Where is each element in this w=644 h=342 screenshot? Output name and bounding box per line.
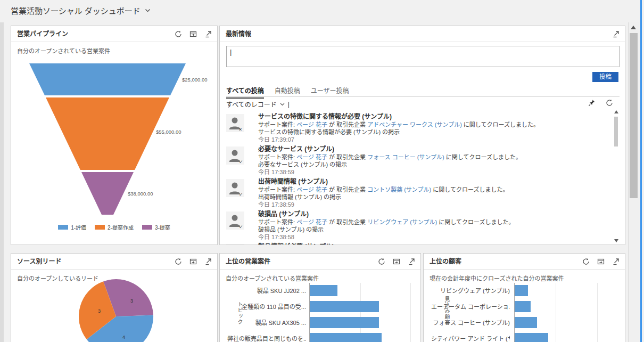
avatar: ✓ bbox=[226, 179, 244, 197]
top-customers-panel: 上位の顧客 現在の会計年度中にクローズされた自分の営業案件 見込み顧客 リビング… bbox=[423, 253, 625, 342]
user-link[interactable]: ページ 花子 bbox=[296, 121, 327, 128]
funnel-segment-1[interactable] bbox=[29, 63, 186, 95]
bar[interactable] bbox=[515, 285, 528, 296]
refresh-icon[interactable] bbox=[582, 258, 590, 266]
text-cursor: | bbox=[230, 48, 232, 56]
bar[interactable] bbox=[515, 317, 537, 328]
open-records-icon[interactable] bbox=[392, 258, 400, 266]
bar-category-label: リビングウェア (サンプル) bbox=[431, 283, 510, 299]
bar-row: 弊社の販売品目と同じものを... bbox=[220, 331, 420, 342]
feed-item-line2: 必要なサービス (サンプル) の掲示 bbox=[258, 161, 620, 168]
feed-item[interactable]: 製品情報が必要 (サンプル) bbox=[226, 243, 620, 245]
feed-item-body: サポート案件: ページ 花子 が 取引先企業 アドベンチャー ワークス (サンプ… bbox=[258, 121, 620, 128]
account-link[interactable]: リビングウェア (サンプル) bbox=[367, 219, 437, 225]
popout-icon[interactable] bbox=[612, 30, 620, 38]
bar[interactable] bbox=[515, 301, 531, 312]
feed-item[interactable]: × サービスの特徴に関する情報が必要 (サンプル) サポート案件: ページ 花子… bbox=[226, 113, 620, 143]
scroll-up-arrow[interactable] bbox=[614, 110, 618, 113]
panel-title: 上位の営業案件 bbox=[226, 254, 270, 270]
panel-header: 上位の顧客 bbox=[424, 254, 625, 270]
feed-item[interactable]: ✓ 破損品 (サンプル) サポート案件: ページ 花子 が 取引先企業 リビング… bbox=[226, 210, 620, 240]
timestamp: 今日 17:38:58 bbox=[258, 233, 620, 241]
open-records-icon[interactable] bbox=[597, 258, 605, 266]
feed-item-line2: サービスの特徴に関する情報が必要 (サンプル) の掲示 bbox=[258, 128, 620, 136]
feed-list: × サービスの特徴に関する情報が必要 (サンプル) サポート案件: ページ 花子… bbox=[225, 109, 620, 245]
pie-chart: 3 4 3 bbox=[11, 270, 218, 342]
panel-header: 営業パイプライン bbox=[11, 26, 217, 42]
bar-category-label: エーデータム コーポレーション (... bbox=[431, 299, 510, 315]
feed-item[interactable]: ✓ 出荷時間情報 (サンプル) サポート案件: ページ 花子 が 取引先企業 コ… bbox=[226, 178, 620, 208]
avatar bbox=[226, 244, 244, 245]
scroll-down-arrow[interactable] bbox=[614, 239, 618, 242]
scroll-thumb[interactable] bbox=[630, 33, 638, 198]
legend-item: 2-提案作成 bbox=[95, 223, 134, 231]
account-link[interactable]: コントソ製薬 (サンプル) bbox=[367, 186, 431, 193]
dashboard-selector[interactable]: 営業活動ソーシャル ダッシュボード bbox=[11, 5, 151, 16]
funnel-chart: $25,000.00 $55,000.00 $38,000.00 bbox=[11, 53, 217, 223]
bar[interactable] bbox=[310, 317, 379, 328]
news-feed-panel: 最新情報 | 投稿 すべての投稿 自動投稿 ユーザー投稿 すべてのレコード | … bbox=[219, 26, 625, 245]
user-link[interactable]: ページ 花子 bbox=[296, 219, 327, 225]
panel-header: 最新情報 bbox=[220, 26, 625, 42]
feed-item[interactable]: ✓ 必要なサービス (サンプル) サポート案件: ページ 花子 が 取引先企業 … bbox=[226, 145, 620, 175]
popout-icon[interactable] bbox=[612, 258, 620, 266]
bar-category-label: 弊社の販売品目と同じものを... bbox=[227, 331, 306, 342]
refresh-icon[interactable] bbox=[605, 99, 613, 107]
refresh-icon[interactable] bbox=[174, 258, 182, 266]
user-link[interactable]: ページ 花子 bbox=[296, 154, 327, 160]
funnel-legend: 1-評価 2-提案作成 3-提案 bbox=[11, 223, 217, 231]
panel-header: ソース別リード bbox=[11, 254, 217, 270]
bar[interactable] bbox=[515, 333, 548, 342]
avatar: × bbox=[226, 114, 244, 132]
post-button[interactable]: 投稿 bbox=[592, 72, 618, 82]
record-filter-dropdown[interactable]: すべてのレコード | bbox=[226, 100, 290, 109]
feed-item-line2: 出荷時間情報 (サンプル) の掲示 bbox=[258, 193, 620, 201]
legend-item: 1-評価 bbox=[58, 223, 86, 231]
popout-icon[interactable] bbox=[407, 258, 415, 266]
compose-input[interactable]: | bbox=[226, 46, 620, 67]
bar[interactable] bbox=[310, 301, 379, 312]
case-closed-badge: ✓ bbox=[239, 192, 243, 197]
funnel-segment-2[interactable] bbox=[46, 97, 169, 170]
account-link[interactable]: アドベンチャー ワークス (サンプル) bbox=[367, 121, 462, 128]
bar-row: 全種類の 110 品目の受... bbox=[220, 299, 420, 315]
bar-category-label: 製品 SKU AX305 ... bbox=[227, 315, 306, 331]
bar-category-label: 全種類の 110 品目の受... bbox=[227, 299, 306, 315]
timestamp: 今日 17:38:59 bbox=[258, 168, 620, 176]
divider bbox=[226, 96, 620, 97]
scroll-thumb[interactable] bbox=[614, 117, 618, 146]
bar-row: シティパワー アンド ライト (サ... bbox=[424, 331, 625, 342]
chart-subtitle: 現在の会計年度中にクローズされた自分の営業案件 bbox=[430, 274, 564, 282]
caret-down-icon bbox=[280, 103, 285, 106]
sales-pipeline-panel: 営業パイプライン 自分のオープンされている営業案件 $25,000.00 $55… bbox=[11, 26, 218, 245]
refresh-icon[interactable] bbox=[174, 30, 182, 38]
funnel-segment-3[interactable] bbox=[81, 172, 134, 215]
feed-item-title: 出荷時間情報 (サンプル) bbox=[258, 178, 620, 186]
funnel-value-label-3: $38,000.00 bbox=[128, 191, 153, 197]
panel-title: 上位の顧客 bbox=[430, 254, 461, 270]
funnel-value-label-2: $55,000.00 bbox=[156, 129, 181, 135]
legend-item: 3-提案 bbox=[142, 223, 170, 231]
account-link[interactable]: フォース コーヒー (サンプル) bbox=[367, 154, 444, 160]
feed-item-title: 破損品 (サンプル) bbox=[258, 210, 620, 218]
open-records-icon[interactable] bbox=[189, 30, 197, 38]
open-records-icon[interactable] bbox=[189, 258, 197, 266]
scroll-up-arrow[interactable] bbox=[631, 26, 636, 29]
pin-icon[interactable] bbox=[588, 99, 596, 107]
user-link[interactable]: ページ 花子 bbox=[296, 186, 327, 193]
timestamp: 今日 17:38:59 bbox=[258, 201, 620, 208]
page-scrollbar[interactable] bbox=[628, 22, 639, 342]
popout-icon[interactable] bbox=[204, 258, 212, 266]
feed-scrollbar[interactable] bbox=[613, 109, 620, 245]
popout-icon[interactable] bbox=[204, 30, 212, 38]
bar-row: リビングウェア (サンプル) bbox=[424, 283, 625, 299]
left-edge-strip bbox=[0, 22, 4, 342]
bar[interactable] bbox=[310, 333, 382, 342]
bar-row: フォース コーヒー (サンプル) bbox=[424, 315, 625, 331]
feed-item-body: サポート案件: ページ 花子 が 取引先企業 フォース コーヒー (サンプル) … bbox=[258, 153, 620, 161]
refresh-icon[interactable] bbox=[377, 258, 385, 266]
feed-item-title: 必要なサービス (サンプル) bbox=[258, 145, 620, 153]
leads-by-source-panel: ソース別リード 自分のオープンしているリード 3 4 3 bbox=[11, 253, 218, 342]
bar[interactable] bbox=[310, 285, 337, 296]
feed-item-title: サービスの特徴に関する情報が必要 (サンプル) bbox=[258, 113, 620, 121]
